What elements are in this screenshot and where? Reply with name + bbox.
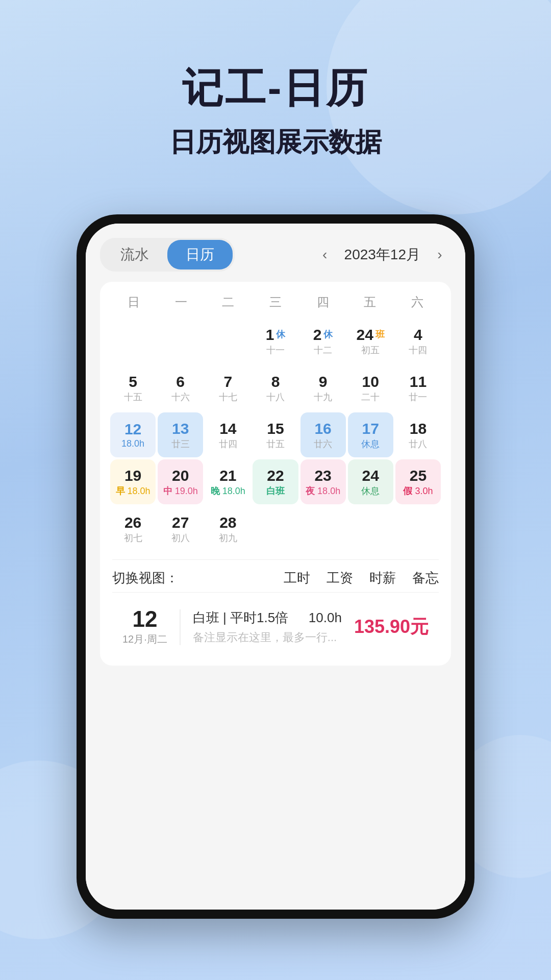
- dow-wed: 三: [252, 290, 299, 314]
- month-nav: ‹ 2023年12月 ›: [314, 243, 451, 266]
- switch-opt-hours[interactable]: 工时: [284, 569, 310, 587]
- app-content: 流水 日历 ‹ 2023年12月 › 日 一 二 三 四 五: [86, 224, 465, 910]
- cal-cell-empty-2: [158, 318, 203, 363]
- record-hours: 10.0h: [309, 610, 342, 626]
- phone-mockup: 流水 日历 ‹ 2023年12月 › 日 一 二 三 四 五: [77, 214, 474, 919]
- tab-group: 流水 日历: [100, 238, 235, 272]
- switch-opt-salary[interactable]: 工资: [327, 569, 353, 587]
- record-note: 备注显示在这里，最多一行...: [193, 630, 342, 645]
- phone-screen: 流水 日历 ‹ 2023年12月 › 日 一 二 三 四 五: [86, 224, 465, 910]
- cal-cell-dec4[interactable]: 4 十四: [395, 318, 441, 363]
- cal-cell-empty-7: [395, 506, 441, 551]
- record-date-block: 12 12月·周二: [122, 608, 167, 646]
- cal-cell-dec5[interactable]: 5 十五: [110, 365, 156, 410]
- cal-cell-dec12[interactable]: 12 18.0h: [110, 412, 156, 457]
- cal-cell-dec2[interactable]: 2 休 十二: [300, 318, 346, 363]
- cal-cell-dec24-top[interactable]: 24 班 初五: [348, 318, 393, 363]
- month-label: 2023年12月: [344, 245, 420, 264]
- record-info: 白班 | 平时1.5倍 10.0h 备注显示在这里，最多一行...: [193, 609, 342, 645]
- header-section: 记工-日历 日历视图展示数据: [0, 61, 551, 160]
- cal-cell-dec28[interactable]: 28 初九: [205, 506, 251, 551]
- cal-cell-dec18[interactable]: 18 廿八: [395, 412, 441, 457]
- cal-cell-dec9[interactable]: 9 十九: [300, 365, 346, 410]
- dow-fri: 五: [346, 290, 394, 314]
- cal-cell-dec15[interactable]: 15 廿五: [253, 412, 298, 457]
- switch-view-label: 切换视图：: [112, 569, 179, 587]
- cal-cell-dec17[interactable]: 17 休息: [348, 412, 393, 457]
- dow-row: 日 一 二 三 四 五 六: [110, 290, 441, 314]
- cal-cell-empty-3: [205, 318, 251, 363]
- cal-cell-dec13[interactable]: 13 廿三: [158, 412, 203, 457]
- dow-sun: 日: [110, 290, 158, 314]
- cal-cell-dec14[interactable]: 14 廿四: [205, 412, 251, 457]
- cal-grid: 1 休 十一 2 休 十二 24: [110, 318, 441, 551]
- cal-cell-dec8[interactable]: 8 十八: [253, 365, 298, 410]
- record-card[interactable]: 12 12月·周二 白班 | 平时1.5倍 10.0h 备注显示在这里，最多一行…: [110, 597, 441, 657]
- cal-cell-dec21[interactable]: 21 晚 18.0h: [205, 459, 251, 504]
- cal-cell-dec23[interactable]: 23 夜 18.0h: [300, 459, 346, 504]
- prev-month-btn[interactable]: ‹: [314, 243, 336, 266]
- switch-options: 工时 工资 时薪 备忘: [284, 569, 439, 587]
- record-month-dow: 12月·周二: [122, 632, 167, 646]
- cal-cell-empty-5: [300, 506, 346, 551]
- cal-cell-empty-1: [110, 318, 156, 363]
- dow-tue: 二: [205, 290, 252, 314]
- tab-rili[interactable]: 日历: [167, 240, 233, 270]
- dow-thu: 四: [299, 290, 346, 314]
- switch-view-bar: 切换视图： 工时 工资 时薪 备忘: [110, 560, 441, 592]
- cal-cell-dec22[interactable]: 22 白班: [253, 459, 298, 504]
- cal-cell-dec6[interactable]: 6 十六: [158, 365, 203, 410]
- cal-cell-dec19[interactable]: 19 早 18.0h: [110, 459, 156, 504]
- cal-cell-dec24[interactable]: 24 休息: [348, 459, 393, 504]
- switch-opt-rate[interactable]: 时薪: [369, 569, 396, 587]
- cal-cell-dec25[interactable]: 25 假 3.0h: [395, 459, 441, 504]
- sub-title: 日历视图展示数据: [0, 125, 551, 160]
- cal-cell-dec20[interactable]: 20 中 19.0h: [158, 459, 203, 504]
- cal-cell-dec26[interactable]: 26 初七: [110, 506, 156, 551]
- dow-sat: 六: [393, 290, 441, 314]
- record-divider: [180, 609, 181, 645]
- record-shift: 白班 | 平时1.5倍: [193, 609, 288, 627]
- cal-cell-dec10[interactable]: 10 二十: [348, 365, 393, 410]
- cal-cell-dec27[interactable]: 27 初八: [158, 506, 203, 551]
- cal-cell-dec7[interactable]: 7 十七: [205, 365, 251, 410]
- record-day: 12: [132, 608, 157, 630]
- cal-cell-dec1[interactable]: 1 休 十一: [253, 318, 298, 363]
- dow-mon: 一: [158, 290, 205, 314]
- record-row1: 白班 | 平时1.5倍 10.0h: [193, 609, 342, 627]
- divider-2: [112, 592, 439, 593]
- main-title: 记工-日历: [0, 61, 551, 116]
- tab-liushui[interactable]: 流水: [102, 240, 167, 270]
- top-bar: 流水 日历 ‹ 2023年12月 ›: [100, 238, 451, 272]
- next-month-btn[interactable]: ›: [429, 243, 451, 266]
- cal-cell-dec16[interactable]: 16 廿六: [300, 412, 346, 457]
- cal-cell-empty-4: [253, 506, 298, 551]
- cal-cell-empty-6: [348, 506, 393, 551]
- cal-cell-dec11[interactable]: 11 廿一: [395, 365, 441, 410]
- record-amount: 135.90元: [354, 615, 429, 640]
- switch-opt-note[interactable]: 备忘: [412, 569, 439, 587]
- calendar-container: 日 一 二 三 四 五 六 1: [100, 282, 451, 666]
